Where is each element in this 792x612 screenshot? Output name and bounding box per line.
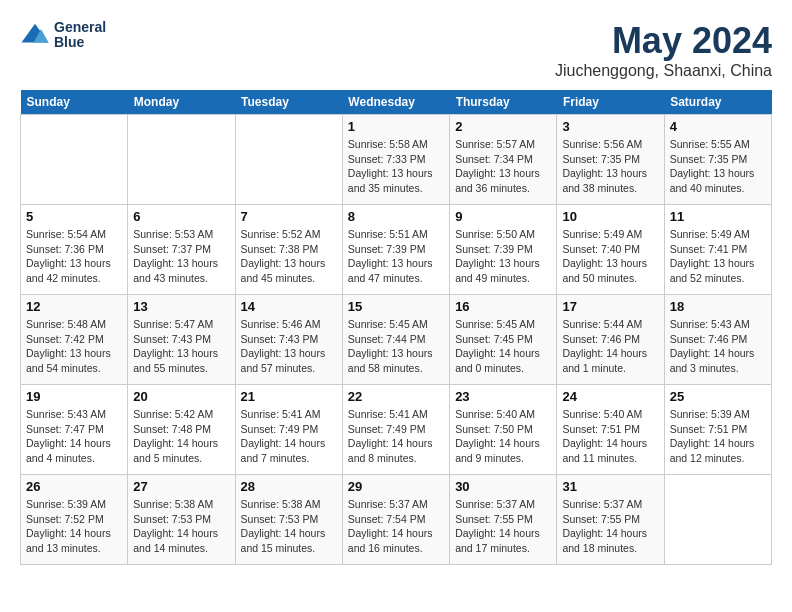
calendar-cell: 11Sunrise: 5:49 AM Sunset: 7:41 PM Dayli… <box>664 205 771 295</box>
weekday-header-tuesday: Tuesday <box>235 90 342 115</box>
weekday-header-saturday: Saturday <box>664 90 771 115</box>
calendar-cell: 2Sunrise: 5:57 AM Sunset: 7:34 PM Daylig… <box>450 115 557 205</box>
day-info: Sunrise: 5:56 AM Sunset: 7:35 PM Dayligh… <box>562 137 658 196</box>
day-info: Sunrise: 5:46 AM Sunset: 7:43 PM Dayligh… <box>241 317 337 376</box>
calendar-body: 1Sunrise: 5:58 AM Sunset: 7:33 PM Daylig… <box>21 115 772 565</box>
calendar-cell: 4Sunrise: 5:55 AM Sunset: 7:35 PM Daylig… <box>664 115 771 205</box>
day-info: Sunrise: 5:37 AM Sunset: 7:54 PM Dayligh… <box>348 497 444 556</box>
day-info: Sunrise: 5:50 AM Sunset: 7:39 PM Dayligh… <box>455 227 551 286</box>
calendar-cell: 23Sunrise: 5:40 AM Sunset: 7:50 PM Dayli… <box>450 385 557 475</box>
day-number: 31 <box>562 479 658 494</box>
day-number: 17 <box>562 299 658 314</box>
day-number: 19 <box>26 389 122 404</box>
title-section: May 2024 Jiuchenggong, Shaanxi, China <box>555 20 772 80</box>
calendar-cell: 15Sunrise: 5:45 AM Sunset: 7:44 PM Dayli… <box>342 295 449 385</box>
day-info: Sunrise: 5:57 AM Sunset: 7:34 PM Dayligh… <box>455 137 551 196</box>
calendar-table: SundayMondayTuesdayWednesdayThursdayFrid… <box>20 90 772 565</box>
weekday-header-sunday: Sunday <box>21 90 128 115</box>
day-number: 18 <box>670 299 766 314</box>
calendar-cell: 27Sunrise: 5:38 AM Sunset: 7:53 PM Dayli… <box>128 475 235 565</box>
day-number: 25 <box>670 389 766 404</box>
day-info: Sunrise: 5:58 AM Sunset: 7:33 PM Dayligh… <box>348 137 444 196</box>
logo: General Blue <box>20 20 106 51</box>
calendar-cell: 12Sunrise: 5:48 AM Sunset: 7:42 PM Dayli… <box>21 295 128 385</box>
day-number: 11 <box>670 209 766 224</box>
weekday-row: SundayMondayTuesdayWednesdayThursdayFrid… <box>21 90 772 115</box>
day-info: Sunrise: 5:54 AM Sunset: 7:36 PM Dayligh… <box>26 227 122 286</box>
calendar-cell: 22Sunrise: 5:41 AM Sunset: 7:49 PM Dayli… <box>342 385 449 475</box>
calendar-cell: 24Sunrise: 5:40 AM Sunset: 7:51 PM Dayli… <box>557 385 664 475</box>
day-number: 29 <box>348 479 444 494</box>
day-number: 27 <box>133 479 229 494</box>
calendar-cell: 10Sunrise: 5:49 AM Sunset: 7:40 PM Dayli… <box>557 205 664 295</box>
day-number: 1 <box>348 119 444 134</box>
calendar-week-5: 26Sunrise: 5:39 AM Sunset: 7:52 PM Dayli… <box>21 475 772 565</box>
day-info: Sunrise: 5:41 AM Sunset: 7:49 PM Dayligh… <box>241 407 337 466</box>
calendar-cell: 20Sunrise: 5:42 AM Sunset: 7:48 PM Dayli… <box>128 385 235 475</box>
calendar-cell: 17Sunrise: 5:44 AM Sunset: 7:46 PM Dayli… <box>557 295 664 385</box>
logo-icon <box>20 20 50 50</box>
day-info: Sunrise: 5:40 AM Sunset: 7:51 PM Dayligh… <box>562 407 658 466</box>
calendar-week-2: 5Sunrise: 5:54 AM Sunset: 7:36 PM Daylig… <box>21 205 772 295</box>
calendar-cell: 3Sunrise: 5:56 AM Sunset: 7:35 PM Daylig… <box>557 115 664 205</box>
day-number: 24 <box>562 389 658 404</box>
weekday-header-thursday: Thursday <box>450 90 557 115</box>
day-number: 16 <box>455 299 551 314</box>
day-number: 14 <box>241 299 337 314</box>
day-info: Sunrise: 5:52 AM Sunset: 7:38 PM Dayligh… <box>241 227 337 286</box>
day-info: Sunrise: 5:40 AM Sunset: 7:50 PM Dayligh… <box>455 407 551 466</box>
calendar-cell <box>235 115 342 205</box>
calendar-cell <box>664 475 771 565</box>
day-info: Sunrise: 5:49 AM Sunset: 7:40 PM Dayligh… <box>562 227 658 286</box>
calendar-week-4: 19Sunrise: 5:43 AM Sunset: 7:47 PM Dayli… <box>21 385 772 475</box>
day-info: Sunrise: 5:45 AM Sunset: 7:44 PM Dayligh… <box>348 317 444 376</box>
weekday-header-friday: Friday <box>557 90 664 115</box>
day-number: 28 <box>241 479 337 494</box>
calendar-cell: 5Sunrise: 5:54 AM Sunset: 7:36 PM Daylig… <box>21 205 128 295</box>
day-info: Sunrise: 5:39 AM Sunset: 7:51 PM Dayligh… <box>670 407 766 466</box>
calendar-cell: 13Sunrise: 5:47 AM Sunset: 7:43 PM Dayli… <box>128 295 235 385</box>
day-info: Sunrise: 5:38 AM Sunset: 7:53 PM Dayligh… <box>241 497 337 556</box>
day-info: Sunrise: 5:47 AM Sunset: 7:43 PM Dayligh… <box>133 317 229 376</box>
day-number: 6 <box>133 209 229 224</box>
day-info: Sunrise: 5:49 AM Sunset: 7:41 PM Dayligh… <box>670 227 766 286</box>
day-info: Sunrise: 5:45 AM Sunset: 7:45 PM Dayligh… <box>455 317 551 376</box>
day-number: 26 <box>26 479 122 494</box>
calendar-cell: 21Sunrise: 5:41 AM Sunset: 7:49 PM Dayli… <box>235 385 342 475</box>
day-number: 20 <box>133 389 229 404</box>
day-info: Sunrise: 5:41 AM Sunset: 7:49 PM Dayligh… <box>348 407 444 466</box>
page-header: General Blue May 2024 Jiuchenggong, Shaa… <box>20 20 772 80</box>
day-number: 30 <box>455 479 551 494</box>
main-title: May 2024 <box>555 20 772 62</box>
day-info: Sunrise: 5:37 AM Sunset: 7:55 PM Dayligh… <box>455 497 551 556</box>
day-info: Sunrise: 5:55 AM Sunset: 7:35 PM Dayligh… <box>670 137 766 196</box>
calendar-week-3: 12Sunrise: 5:48 AM Sunset: 7:42 PM Dayli… <box>21 295 772 385</box>
day-info: Sunrise: 5:42 AM Sunset: 7:48 PM Dayligh… <box>133 407 229 466</box>
logo-text: General Blue <box>54 20 106 51</box>
calendar-cell <box>21 115 128 205</box>
day-info: Sunrise: 5:39 AM Sunset: 7:52 PM Dayligh… <box>26 497 122 556</box>
day-number: 10 <box>562 209 658 224</box>
calendar-cell: 14Sunrise: 5:46 AM Sunset: 7:43 PM Dayli… <box>235 295 342 385</box>
day-number: 12 <box>26 299 122 314</box>
day-info: Sunrise: 5:38 AM Sunset: 7:53 PM Dayligh… <box>133 497 229 556</box>
day-info: Sunrise: 5:43 AM Sunset: 7:47 PM Dayligh… <box>26 407 122 466</box>
calendar-cell <box>128 115 235 205</box>
calendar-cell: 26Sunrise: 5:39 AM Sunset: 7:52 PM Dayli… <box>21 475 128 565</box>
calendar-cell: 1Sunrise: 5:58 AM Sunset: 7:33 PM Daylig… <box>342 115 449 205</box>
subtitle: Jiuchenggong, Shaanxi, China <box>555 62 772 80</box>
calendar-cell: 28Sunrise: 5:38 AM Sunset: 7:53 PM Dayli… <box>235 475 342 565</box>
calendar-cell: 19Sunrise: 5:43 AM Sunset: 7:47 PM Dayli… <box>21 385 128 475</box>
calendar-cell: 9Sunrise: 5:50 AM Sunset: 7:39 PM Daylig… <box>450 205 557 295</box>
day-info: Sunrise: 5:37 AM Sunset: 7:55 PM Dayligh… <box>562 497 658 556</box>
logo-line1: General <box>54 20 106 35</box>
day-info: Sunrise: 5:53 AM Sunset: 7:37 PM Dayligh… <box>133 227 229 286</box>
calendar-cell: 31Sunrise: 5:37 AM Sunset: 7:55 PM Dayli… <box>557 475 664 565</box>
day-info: Sunrise: 5:51 AM Sunset: 7:39 PM Dayligh… <box>348 227 444 286</box>
day-number: 5 <box>26 209 122 224</box>
day-number: 23 <box>455 389 551 404</box>
day-info: Sunrise: 5:43 AM Sunset: 7:46 PM Dayligh… <box>670 317 766 376</box>
day-number: 21 <box>241 389 337 404</box>
weekday-header-wednesday: Wednesday <box>342 90 449 115</box>
day-number: 13 <box>133 299 229 314</box>
